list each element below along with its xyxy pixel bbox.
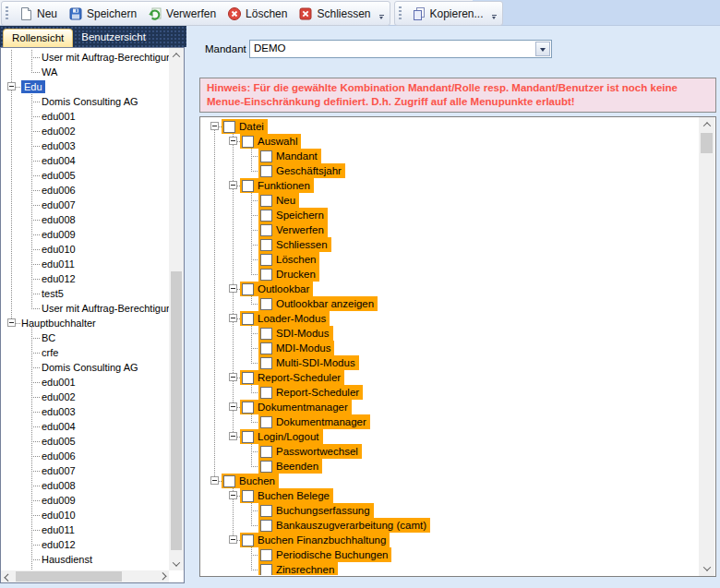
menu-tree-item[interactable]: Report-Scheduler	[201, 370, 699, 385]
role-tree-item[interactable]: BC	[2, 330, 169, 345]
role-tree-item[interactable]: edu011	[2, 522, 169, 537]
menu-item-checkbox[interactable]	[260, 150, 272, 162]
role-tree-item[interactable]: edu003	[2, 138, 169, 153]
menu-tree-item[interactable]: Multi-SDI-Modus	[201, 355, 699, 370]
role-tree-item[interactable]: edu001	[2, 109, 169, 124]
horizontal-scrollbar[interactable]	[1, 570, 169, 582]
menu-item-checkbox[interactable]	[260, 269, 272, 281]
menu-item-checkbox[interactable]	[242, 490, 254, 502]
collapse-toggle-icon[interactable]	[7, 82, 16, 90]
menu-tree-item[interactable]: Beenden	[201, 459, 699, 474]
collapse-toggle-icon[interactable]	[229, 535, 237, 544]
menu-item-checkbox[interactable]	[260, 564, 272, 576]
toolbar-overflow-icon[interactable]	[492, 15, 497, 21]
menu-tree-item[interactable]: Datei	[201, 119, 699, 134]
menu-tree-item[interactable]: Speichern	[201, 208, 699, 222]
menu-item-checkbox[interactable]	[260, 342, 272, 354]
scrollbar-thumb[interactable]	[16, 571, 122, 582]
menu-item-checkbox[interactable]	[260, 357, 272, 369]
menu-tree-item[interactable]: Outlookbar	[201, 282, 699, 296]
neu-button[interactable]: Neu	[13, 5, 63, 23]
menu-tree-item[interactable]: MDI-Modus	[201, 341, 699, 355]
role-tree-item[interactable]: Hauptbuchhalter	[2, 316, 169, 330]
collapse-toggle-icon[interactable]	[229, 402, 237, 411]
role-tree-item[interactable]: Edu	[2, 79, 169, 94]
menu-item-checkbox[interactable]	[260, 416, 272, 428]
vertical-scrollbar[interactable]	[699, 117, 714, 576]
schliessen-button[interactable]: Schliessen	[293, 5, 376, 23]
menu-item-checkbox[interactable]	[242, 180, 254, 192]
role-tree-item[interactable]: edu008	[2, 478, 169, 493]
menu-tree-item[interactable]: Zinsrechnen	[201, 562, 699, 575]
collapse-toggle-icon[interactable]	[210, 122, 219, 130]
menu-tree-item[interactable]: Buchen Finanzbuchhaltung	[201, 533, 699, 547]
menu-item-checkbox[interactable]	[242, 402, 254, 414]
role-tree-item[interactable]: edu006	[2, 183, 169, 198]
role-tree-item[interactable]: edu002	[2, 124, 169, 138]
menu-item-checkbox[interactable]	[242, 313, 254, 325]
role-tree-item[interactable]: edu007	[2, 198, 169, 212]
menu-item-checkbox[interactable]	[242, 372, 254, 384]
collapse-toggle-icon[interactable]	[210, 476, 219, 485]
tab-benutzersicht[interactable]: Benutzersicht	[73, 29, 154, 47]
menu-tree-item[interactable]: Buchungserfassung	[201, 503, 699, 518]
toolbar-overflow-icon[interactable]	[379, 15, 384, 21]
kopieren-button[interactable]: Kopieren...	[406, 5, 489, 23]
role-tree-item[interactable]: edu009	[2, 493, 169, 508]
role-tree-item[interactable]: User mit Auftrag-Berechtigung	[2, 301, 169, 316]
menu-item-checkbox[interactable]	[242, 283, 254, 295]
scrollbar-down-button[interactable]	[699, 561, 714, 576]
speichern-button[interactable]: Speichern	[63, 5, 142, 23]
menu-tree-item[interactable]: Buchen Belege	[201, 488, 699, 503]
menu-tree-item[interactable]: Dokumentmanager	[201, 400, 699, 414]
collapse-toggle-icon[interactable]	[229, 137, 237, 145]
menu-item-checkbox[interactable]	[260, 165, 272, 177]
role-tree-item[interactable]: Domis Consulting AG	[2, 360, 169, 375]
menu-item-checkbox[interactable]	[260, 254, 272, 266]
role-tree-item[interactable]: edu010	[2, 508, 169, 522]
loeschen-button[interactable]: Löschen	[222, 5, 293, 23]
menu-item-checkbox[interactable]	[242, 136, 254, 148]
role-tree-item[interactable]: edu010	[2, 242, 169, 257]
menu-item-checkbox[interactable]	[260, 328, 272, 340]
collapse-toggle-icon[interactable]	[229, 491, 237, 499]
role-tree-item[interactable]: test5	[2, 286, 169, 301]
menu-item-checkbox[interactable]	[260, 520, 272, 532]
role-tree-item[interactable]: edu002	[2, 390, 169, 404]
role-tree-item[interactable]: edu004	[2, 153, 169, 168]
scrollbar-down-button[interactable]	[169, 557, 184, 570]
menu-tree-item[interactable]: Outlookbar anzeigen	[201, 296, 699, 311]
menu-tree-item[interactable]: Report-Scheduler	[201, 385, 699, 400]
menu-tree-item[interactable]: Periodische Buchungen	[201, 547, 699, 562]
role-tree-item[interactable]: edu003	[2, 404, 169, 419]
role-tree-item[interactable]: edu008	[2, 212, 169, 227]
menu-item-checkbox[interactable]	[260, 446, 272, 458]
menu-tree-item[interactable]: SDI-Modus	[201, 326, 699, 341]
collapse-toggle-icon[interactable]	[7, 318, 16, 327]
menu-item-checkbox[interactable]	[260, 224, 272, 236]
menu-tree-item[interactable]: Verwerfen	[201, 222, 699, 237]
menu-tree-item[interactable]: Neu	[201, 193, 699, 208]
menu-item-checkbox[interactable]	[242, 534, 254, 546]
menu-tree-item[interactable]: Login/Logout	[201, 429, 699, 444]
menu-item-checkbox[interactable]	[223, 121, 235, 133]
role-tree-item[interactable]: edu001	[2, 375, 169, 390]
role-tree-item[interactable]: Domis Consulting AG	[2, 94, 169, 109]
menu-tree-item[interactable]: Geschäftsjahr	[201, 163, 699, 178]
collapse-toggle-icon[interactable]	[229, 432, 237, 440]
menu-tree-item[interactable]: Passwortwechsel	[201, 444, 699, 459]
menu-tree-item[interactable]: Auswahl	[201, 134, 699, 149]
mandant-combobox[interactable]: DEMO	[249, 40, 552, 58]
menu-tree-item[interactable]: Drucken	[201, 267, 699, 282]
collapse-toggle-icon[interactable]	[229, 181, 237, 189]
role-tree-item[interactable]: WA	[2, 65, 169, 79]
menu-item-checkbox[interactable]	[260, 505, 272, 517]
menu-tree-item[interactable]: Dokumentmanager	[201, 414, 699, 429]
role-tree-item[interactable]: edu005	[2, 434, 169, 449]
menu-item-checkbox[interactable]	[260, 549, 272, 561]
menu-item-checkbox[interactable]	[260, 387, 272, 399]
menu-item-checkbox[interactable]	[260, 298, 272, 310]
vertical-scrollbar[interactable]	[169, 48, 184, 570]
role-tree-item[interactable]: edu011	[2, 257, 169, 271]
scrollbar-up-button[interactable]	[169, 48, 184, 62]
